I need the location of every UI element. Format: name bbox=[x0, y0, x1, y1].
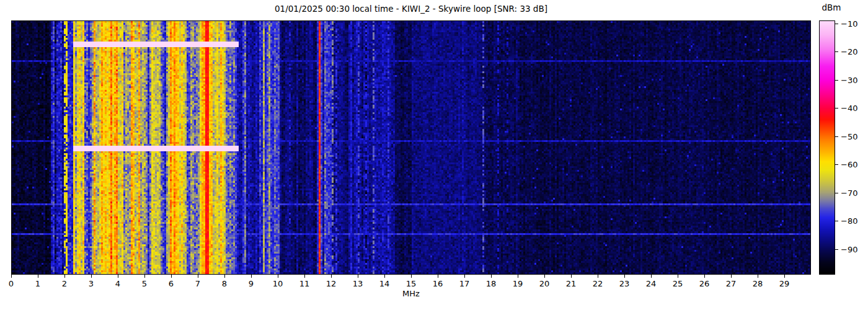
x-tick-label: 6 bbox=[169, 279, 174, 288]
x-tick-label: 4 bbox=[115, 279, 120, 288]
x-tick-mark bbox=[651, 275, 652, 278]
x-tick-label: 0 bbox=[9, 279, 14, 288]
x-tick-label: 25 bbox=[673, 279, 683, 288]
x-tick-label: 14 bbox=[379, 279, 390, 288]
x-tick-mark bbox=[758, 275, 758, 278]
x-tick-mark bbox=[11, 275, 12, 278]
colorbar-label: dBm bbox=[822, 2, 841, 12]
x-tick-mark bbox=[91, 275, 92, 278]
x-tick-label: 21 bbox=[566, 279, 577, 288]
x-tick-label: 3 bbox=[89, 279, 94, 288]
colorbar-tick-mark bbox=[835, 80, 838, 81]
x-tick-mark bbox=[571, 275, 572, 278]
x-tick-label: 19 bbox=[513, 279, 523, 288]
colorbar-tick-label: −40 bbox=[841, 104, 857, 113]
x-tick-label: 2 bbox=[62, 279, 67, 288]
colorbar-tick-mark bbox=[835, 24, 838, 24]
colorbar-gradient-canvas bbox=[820, 21, 835, 274]
spectrogram-figure: 01/01/2025 00:30 local time - KIWI_2 - S… bbox=[0, 0, 868, 310]
x-tick-mark bbox=[544, 275, 545, 278]
x-tick-mark bbox=[304, 275, 305, 278]
colorbar bbox=[819, 20, 835, 275]
x-tick-label: 29 bbox=[779, 279, 790, 288]
chart-title: 01/01/2025 00:30 local time - KIWI_2 - S… bbox=[275, 4, 547, 14]
x-tick-mark bbox=[464, 275, 465, 278]
x-tick-label: 16 bbox=[433, 279, 443, 288]
x-tick-label: 23 bbox=[619, 279, 630, 288]
x-tick-mark bbox=[118, 275, 118, 278]
colorbar-tick-label: −30 bbox=[841, 75, 857, 84]
x-tick-mark bbox=[331, 275, 332, 278]
x-tick-mark bbox=[64, 275, 65, 278]
x-tick-label: 26 bbox=[699, 279, 710, 288]
x-tick-label: 18 bbox=[486, 279, 497, 288]
x-tick-mark bbox=[411, 275, 412, 278]
colorbar-tick-label: −90 bbox=[841, 245, 857, 254]
x-tick-mark bbox=[731, 275, 732, 278]
x-tick-label: 28 bbox=[753, 279, 763, 288]
x-tick-label: 9 bbox=[249, 279, 254, 288]
x-tick-mark bbox=[198, 275, 198, 278]
x-tick-label: 17 bbox=[459, 279, 470, 288]
colorbar-tick-mark bbox=[835, 193, 838, 193]
x-tick-label: 12 bbox=[326, 279, 337, 288]
colorbar-tick-mark bbox=[835, 164, 838, 165]
colorbar-tick-mark bbox=[835, 221, 838, 221]
x-tick-mark bbox=[278, 275, 278, 278]
x-tick-label: 11 bbox=[299, 279, 310, 288]
colorbar-tick-label: −20 bbox=[841, 47, 857, 56]
x-tick-mark bbox=[251, 275, 252, 278]
x-tick-mark bbox=[518, 275, 518, 278]
x-tick-mark bbox=[38, 275, 38, 278]
x-tick-mark bbox=[598, 275, 598, 278]
colorbar-tick-label: −80 bbox=[841, 216, 857, 226]
x-tick-label: 15 bbox=[406, 279, 417, 288]
x-tick-label: 20 bbox=[539, 279, 550, 288]
x-tick-mark bbox=[784, 275, 785, 278]
x-tick-label: 27 bbox=[726, 279, 737, 288]
x-tick-mark bbox=[384, 275, 385, 278]
colorbar-tick-label: −70 bbox=[841, 188, 857, 197]
x-tick-label: 1 bbox=[35, 279, 40, 288]
x-tick-label: 24 bbox=[646, 279, 657, 288]
spectrogram-canvas bbox=[12, 21, 810, 274]
colorbar-tick-label: −60 bbox=[841, 160, 857, 169]
colorbar-tick-mark bbox=[835, 108, 838, 108]
x-tick-label: 13 bbox=[353, 279, 363, 288]
x-tick-mark bbox=[678, 275, 678, 278]
x-tick-mark bbox=[491, 275, 492, 278]
x-tick-mark bbox=[144, 275, 145, 278]
x-axis-label: MHz bbox=[402, 289, 420, 298]
x-tick-label: 10 bbox=[273, 279, 283, 288]
x-tick-mark bbox=[224, 275, 225, 278]
x-tick-label: 22 bbox=[593, 279, 603, 288]
x-tick-label: 5 bbox=[142, 279, 147, 288]
x-tick-mark bbox=[704, 275, 705, 278]
colorbar-tick-mark bbox=[835, 51, 838, 52]
colorbar-tick-label: −10 bbox=[841, 19, 857, 28]
x-tick-mark bbox=[358, 275, 358, 278]
x-tick-mark bbox=[171, 275, 172, 278]
colorbar-tick-mark bbox=[835, 249, 838, 250]
x-tick-mark bbox=[624, 275, 625, 278]
colorbar-tick-label: −50 bbox=[841, 131, 857, 141]
colorbar-tick-mark bbox=[835, 136, 838, 137]
x-tick-label: 7 bbox=[195, 279, 200, 288]
x-tick-mark bbox=[438, 275, 438, 278]
spectrogram-plot bbox=[11, 20, 811, 275]
x-tick-label: 8 bbox=[222, 279, 227, 288]
